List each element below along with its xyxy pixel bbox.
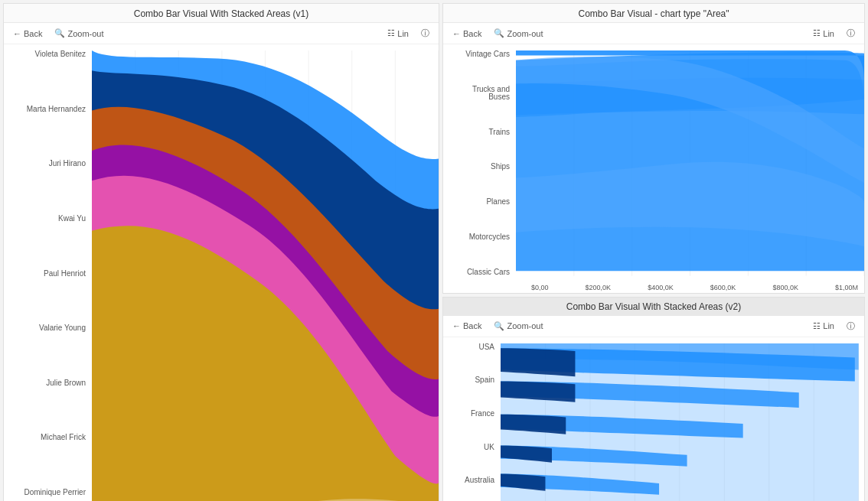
zoom-icon-left: 🔍: [54, 28, 65, 38]
zoom-icon-right-top: 🔍: [494, 28, 504, 38]
y-axis-left: Violeta BenitezMarta HernandezJuri Hiran…: [4, 50, 92, 501]
chart-body-left: [92, 50, 439, 501]
chart-area-right-bottom: USASpainFranceUKAustraliaItalyFinland ⌄: [443, 337, 864, 501]
chart-area-left: Violeta BenitezMarta HernandezJuri Hiran…: [4, 44, 439, 501]
y-axis-label: Valarie Young: [10, 324, 86, 332]
back-arrow-icon-left: ←: [13, 29, 21, 38]
y-axis-label: Trains: [449, 129, 510, 136]
info-icon-right-top: ⓘ: [847, 28, 855, 39]
y-axis-label: Juri Hirano: [10, 160, 86, 168]
y-axis-label: Ships: [449, 163, 510, 171]
x-axis-label: $800,0K: [772, 284, 798, 291]
x-axis-label: $200,0K: [586, 284, 612, 291]
info-icon-left: ⓘ: [421, 28, 429, 39]
y-axis-label: Marta Hernandez: [10, 106, 86, 113]
x-axis-label: $600,0K: [710, 284, 736, 291]
y-axis-label: Trucks and Buses: [449, 86, 510, 101]
chart-panel-right-top: Combo Bar Visual - chart type "Area" ← B…: [442, 3, 865, 294]
y-axis-label: USA: [449, 343, 494, 351]
chart-panel-right-bottom: Combo Bar Visual With Stacked Areas (v2)…: [442, 297, 865, 501]
y-axis-label: Vintage Cars: [449, 50, 510, 58]
y-axis-right-top: Vintage CarsTrucks and BusesTrainsShipsP…: [443, 50, 516, 276]
chart-toolbar-right-top: ← Back 🔍 Zoom-out ☷ Lin ⓘ: [443, 23, 864, 44]
lin-button-left[interactable]: ☷ Lin: [384, 27, 412, 40]
y-axis-label: Australia: [449, 477, 494, 484]
back-button-right-top[interactable]: ← Back: [449, 28, 485, 40]
chart-body-right-bottom: ⌄: [501, 343, 864, 501]
list-icon-left: ☷: [387, 28, 395, 38]
list-icon-right-top: ☷: [813, 28, 821, 38]
stacked-svg-right-bottom: [501, 343, 864, 501]
chart-title-right-top: Combo Bar Visual - chart type "Area": [443, 4, 864, 23]
zoom-out-button-right-bottom[interactable]: 🔍 Zoom-out: [491, 320, 546, 333]
y-axis-label: Michael Frick: [10, 434, 86, 441]
y-axis-label: Dominique Perrier: [10, 489, 86, 496]
area-svg-right-top: [516, 50, 864, 276]
y-axis-label: Kwai Yu: [10, 215, 86, 223]
y-axis-label: Violeta Benitez: [10, 50, 86, 58]
back-arrow-icon-right-bottom: ←: [452, 321, 461, 330]
chart-title-right-bottom: Combo Bar Visual With Stacked Areas (v2): [443, 298, 864, 316]
chart-body-right-top: [516, 50, 864, 276]
stacked-svg-left: [92, 50, 439, 501]
info-button-right-top[interactable]: ⓘ: [844, 26, 858, 41]
y-axis-label: UK: [449, 444, 494, 451]
back-arrow-icon-right-top: ←: [452, 29, 461, 38]
chart-panel-right: Combo Bar Visual - chart type "Area" ← B…: [442, 3, 865, 501]
y-axis-label: Spain: [449, 376, 494, 384]
x-axis-right-top: $0,00$200,0K$400,0K$600,0K$800,0K$1,00M: [443, 282, 864, 293]
chart-panel-left: Combo Bar Visual With Stacked Areas (v1)…: [3, 3, 439, 501]
y-axis-label: Paul Henriot: [10, 270, 86, 278]
chart-title-left: Combo Bar Visual With Stacked Areas (v1): [4, 4, 439, 23]
list-icon-right-bottom: ☷: [813, 321, 821, 331]
y-axis-label: Julie Brown: [10, 379, 86, 387]
y-axis-label: Planes: [449, 198, 510, 206]
lin-button-right-bottom[interactable]: ☷ Lin: [810, 320, 837, 333]
lin-button-right-top[interactable]: ☷ Lin: [810, 27, 837, 40]
x-axis-label: $0,00: [531, 284, 549, 291]
info-icon-right-bottom: ⓘ: [847, 320, 855, 332]
y-axis-right-bottom: USASpainFranceUKAustraliaItalyFinland: [443, 343, 501, 501]
zoom-out-button-left[interactable]: 🔍 Zoom-out: [51, 27, 106, 40]
x-axis-label: $1,00M: [835, 284, 858, 291]
back-button-left[interactable]: ← Back: [10, 28, 45, 40]
y-axis-label: Classic Cars: [449, 268, 510, 276]
y-axis-label: Motorcycles: [449, 233, 510, 241]
chart-toolbar-left: ← Back 🔍 Zoom-out ☷ Lin ⓘ: [4, 23, 439, 44]
info-button-left[interactable]: ⓘ: [418, 26, 432, 41]
zoom-icon-right-bottom: 🔍: [494, 321, 504, 331]
back-button-right-bottom[interactable]: ← Back: [449, 320, 485, 332]
info-button-right-bottom[interactable]: ⓘ: [844, 319, 858, 333]
chart-area-right-top: Vintage CarsTrucks and BusesTrainsShipsP…: [443, 44, 864, 282]
zoom-out-button-right-top[interactable]: 🔍 Zoom-out: [491, 27, 546, 40]
chart-toolbar-right-bottom: ← Back 🔍 Zoom-out ☷ Lin ⓘ: [443, 316, 864, 337]
y-axis-label: France: [449, 410, 494, 418]
x-axis-label: $400,0K: [648, 284, 674, 291]
